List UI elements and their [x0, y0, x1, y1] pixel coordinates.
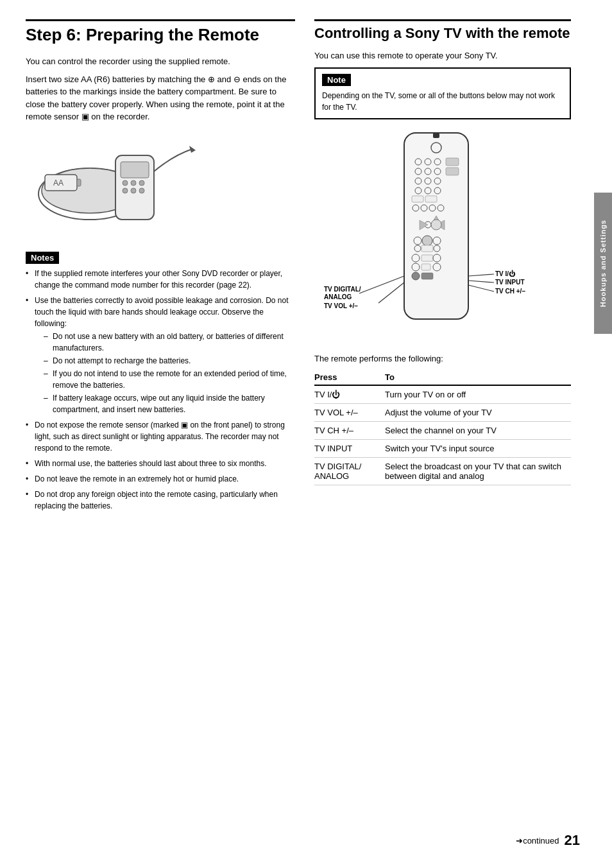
list-item: Use the batteries correctly to avoid pos… [26, 295, 295, 415]
table-header-to: To [385, 370, 571, 385]
side-tab: Hookups and Settings [594, 193, 612, 334]
svg-text:TV DIGITAL/: TV DIGITAL/ [324, 286, 361, 293]
intro-para-1: You can control the recorder using the s… [26, 55, 295, 68]
svg-text:TV INPUT: TV INPUT [495, 279, 525, 286]
svg-text:TV CH +/–: TV CH +/– [495, 288, 525, 295]
table-cell-to: Turn your TV on or off [385, 385, 571, 404]
step-heading: Step 6: Preparing the Remote [26, 19, 295, 45]
svg-line-57 [378, 282, 404, 303]
svg-line-59 [468, 281, 494, 282]
table-row: TV CH +/–Select the channel on your TV [314, 421, 571, 439]
svg-point-8 [131, 188, 136, 193]
svg-rect-31 [425, 196, 437, 202]
list-item: If battery leakage occurs, wipe out any … [44, 392, 295, 415]
svg-line-60 [468, 285, 494, 291]
notes-label: Notes [26, 252, 59, 264]
list-item: Do not leave the remote in an extremely … [26, 473, 295, 485]
table-row: TV DIGITAL/ ANALOGSelect the broadcast o… [314, 457, 571, 485]
table-cell-press: TV VOL +/– [314, 403, 385, 421]
svg-rect-19 [446, 158, 459, 166]
table-row: TV INPUTSwitch your TV's input source [314, 439, 571, 457]
svg-point-43 [422, 236, 432, 246]
svg-point-4 [123, 180, 128, 186]
page-footer: ➜continued 21 [516, 832, 580, 849]
table-cell-to: Select the broadcast on your TV that can… [385, 457, 571, 485]
svg-text:TV I/⏻: TV I/⏻ [495, 270, 516, 277]
diagram-wrapper: TV DIGITAL/ ANALOG TV VOL +/– TV I/⏻ TV … [321, 130, 565, 343]
list-item: Do not drop any foreign object into the … [26, 489, 295, 512]
svg-rect-52 [421, 264, 430, 270]
table-cell-to: Select the channel on your TV [385, 421, 571, 439]
svg-text:AA: AA [53, 178, 64, 187]
side-tab-label: Hookups and Settings [599, 220, 607, 307]
page-number: 21 [565, 832, 580, 849]
table-cell-press: TV CH +/– [314, 421, 385, 439]
remote-diagram: TV DIGITAL/ ANALOG TV VOL +/– TV I/⏻ TV … [314, 130, 571, 343]
table-cell-press: TV I/⏻ [314, 385, 385, 404]
svg-text:TV VOL +/–: TV VOL +/– [324, 302, 358, 309]
performs-text: The remote performs the following: [314, 354, 571, 363]
table-cell-to: Switch your TV's input source [385, 439, 571, 457]
svg-rect-23 [446, 168, 459, 175]
note-label: Note [322, 74, 351, 86]
notes-box: Notes If the supplied remote interferes … [26, 252, 295, 512]
svg-line-58 [468, 274, 494, 276]
svg-rect-46 [421, 245, 433, 252]
svg-rect-30 [412, 196, 423, 202]
svg-point-7 [123, 188, 128, 193]
svg-point-9 [139, 188, 144, 193]
svg-line-56 [359, 276, 404, 293]
list-item: With normal use, the batteries should la… [26, 458, 295, 469]
table-row: TV VOL +/–Adjust the volume of your TV [314, 403, 571, 421]
svg-rect-49 [421, 255, 433, 261]
svg-point-54 [412, 272, 420, 280]
svg-point-41 [431, 220, 441, 230]
remote-image: AA [26, 136, 218, 239]
table-cell-press: TV DIGITAL/ ANALOG [314, 457, 385, 485]
right-column: Controlling a Sony TV with the remote Yo… [308, 19, 590, 842]
svg-rect-14 [433, 133, 439, 138]
press-table: Press To TV I/⏻Turn your TV on or offTV … [314, 370, 571, 485]
intro-para-2: Insert two size AA (R6) batteries by mat… [26, 73, 295, 123]
table-cell-press: TV INPUT [314, 439, 385, 457]
right-intro: You can use this remote to operate your … [314, 49, 571, 62]
list-item: Do not attempt to recharge the batteries… [44, 355, 295, 367]
svg-text:ANALOG: ANALOG [324, 293, 352, 300]
section-heading: Controlling a Sony TV with the remote [314, 19, 571, 42]
svg-rect-3 [121, 162, 149, 178]
svg-point-6 [139, 180, 144, 186]
svg-rect-11 [77, 179, 81, 186]
list-item: If the supplied remote interferes your o… [26, 268, 295, 291]
list-item: If you do not intend to use the remote f… [44, 368, 295, 391]
note-box: Note Depending on the TV, some or all of… [314, 67, 571, 119]
table-cell-to: Adjust the volume of your TV [385, 403, 571, 421]
table-row: TV I/⏻Turn your TV on or off [314, 385, 571, 404]
notes-list: If the supplied remote interferes your o… [26, 268, 295, 512]
note-text: Depending on the TV, some or all of the … [322, 90, 563, 113]
list-item: Do not use a new battery with an old bat… [44, 331, 295, 354]
svg-point-5 [131, 180, 136, 186]
svg-rect-55 [421, 273, 433, 279]
continued-text: ➜continued [516, 836, 559, 846]
list-item: Do not expose the remote sensor (marked … [26, 419, 295, 454]
table-header-press: Press [314, 370, 385, 385]
left-column: Step 6: Preparing the Remote You can con… [26, 19, 308, 842]
